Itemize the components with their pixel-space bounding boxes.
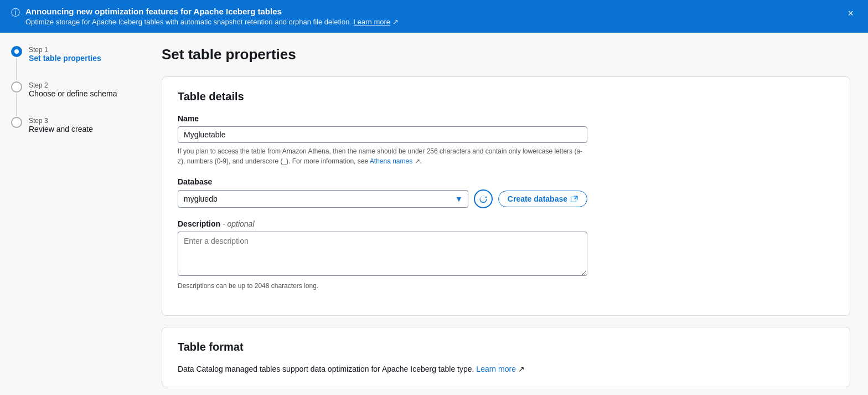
refresh-button[interactable] (474, 189, 493, 208)
step-1-item: Step 1 Set table properties (11, 46, 133, 81)
database-select-wrapper: mygluedb ▼ (178, 190, 468, 208)
step-1-connector (16, 58, 17, 80)
step-1-text: Step 1 Set table properties (29, 46, 101, 63)
banner-learn-more-link[interactable]: Learn more (354, 18, 390, 26)
name-field-group: Name If you plan to access the table fro… (178, 114, 834, 166)
step-3-text: Step 3 Review and create (29, 117, 93, 134)
step-2-text: Step 2 Choose or define schema (29, 81, 117, 98)
step-1-circle (11, 46, 22, 57)
step-3-item: Step 3 Review and create (11, 117, 133, 134)
name-label: Name (178, 114, 834, 123)
step-2-number: Step 2 (29, 81, 117, 89)
announcement-banner: ⓘ Announcing new optimization features f… (0, 0, 868, 33)
description-textarea[interactable] (178, 232, 587, 276)
main-layout: Step 1 Set table properties Step 2 Choos… (0, 33, 868, 395)
table-format-subtitle: Data Catalog managed tables support data… (178, 365, 834, 373)
step-3-label[interactable]: Review and create (29, 125, 93, 134)
name-hint: If you plan to access the table from Ama… (178, 146, 587, 166)
external-link-icon-banner: ↗ (392, 18, 399, 26)
svg-rect-0 (571, 197, 576, 202)
database-label: Database (178, 177, 834, 186)
sidebar: Step 1 Set table properties Step 2 Choos… (0, 33, 144, 395)
banner-content: ⓘ Announcing new optimization features f… (11, 7, 399, 26)
athena-names-link[interactable]: Athena names (370, 157, 412, 165)
create-database-button[interactable]: Create database (498, 191, 587, 207)
step-2-label[interactable]: Choose or define schema (29, 89, 117, 98)
database-select[interactable]: mygluedb (178, 190, 468, 208)
refresh-icon (479, 194, 488, 203)
step-2-item: Step 2 Choose or define schema (11, 81, 133, 117)
name-input[interactable] (178, 126, 587, 143)
external-icon-athena: ↗ (415, 157, 420, 165)
banner-title: Announcing new optimization features for… (25, 7, 399, 16)
database-field-group: Database mygluedb ▼ Create data (178, 177, 834, 208)
description-label: Description - optional (178, 219, 834, 228)
step-2-connector (16, 94, 17, 116)
step-3-number: Step 3 (29, 117, 93, 125)
table-details-title: Table details (178, 90, 834, 103)
table-details-card: Table details Name If you plan to access… (162, 76, 850, 316)
description-field-group: Description - optional Descriptions can … (178, 219, 834, 291)
external-link-icon-tf: ↗ (518, 365, 525, 373)
step-1-label[interactable]: Set table properties (29, 54, 101, 63)
page-title: Set table properties (162, 46, 850, 63)
description-hint: Descriptions can be up to 2048 character… (178, 281, 587, 291)
table-format-learn-more-link[interactable]: Learn more (476, 365, 516, 373)
external-link-icon (571, 196, 578, 203)
database-row: mygluedb ▼ Create database (178, 189, 587, 208)
step-1-number: Step 1 (29, 46, 101, 54)
banner-text: Announcing new optimization features for… (25, 7, 399, 26)
info-icon: ⓘ (11, 7, 20, 19)
step-2-circle (11, 81, 22, 93)
table-format-title: Table format (178, 341, 834, 353)
banner-subtitle: Optimize storage for Apache Iceberg tabl… (25, 18, 399, 26)
step-3-circle (11, 117, 22, 128)
content-area: Set table properties Table details Name … (144, 33, 868, 395)
banner-close-button[interactable]: × (844, 7, 857, 20)
table-format-card: Table format Data Catalog managed tables… (162, 327, 850, 387)
